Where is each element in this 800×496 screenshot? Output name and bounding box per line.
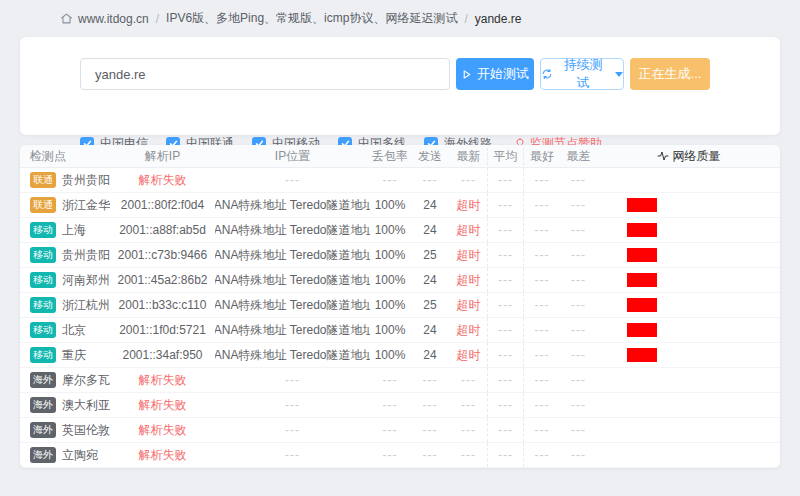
average-cell: --- xyxy=(487,443,524,467)
best-cell: --- xyxy=(524,293,560,317)
packet-loss-cell: --- xyxy=(370,418,410,442)
best-cell: --- xyxy=(524,393,560,417)
quality-bar xyxy=(627,273,657,287)
node-location: 摩尔多瓦 xyxy=(62,372,110,389)
sent-cell: 24 xyxy=(410,343,450,367)
ip-location-cell: --- xyxy=(215,393,370,417)
average-cell: --- xyxy=(487,293,524,317)
start-test-button[interactable]: 开始测试 xyxy=(456,58,534,90)
quality-cell xyxy=(597,318,780,342)
packet-loss-cell: 100% xyxy=(370,318,410,342)
sent-cell: --- xyxy=(410,418,450,442)
table-row: 海外 立陶宛 解析失败 --- --- --- --- --- --- --- xyxy=(20,443,780,468)
ip-location-cell: IANA特殊地址 Teredo隧道地址 xyxy=(215,243,370,267)
activity-icon xyxy=(657,150,669,162)
worst-cell: --- xyxy=(560,268,597,292)
carrier-badge: 联通 xyxy=(30,172,56,188)
carrier-badge: 海外 xyxy=(30,447,56,463)
ip-location-cell: IANA特殊地址 Teredo隧道地址 xyxy=(215,293,370,317)
node-location: 北京 xyxy=(62,322,86,339)
latest-cell: 超时 xyxy=(450,243,487,267)
sent-cell: --- xyxy=(410,443,450,467)
node-location: 河南郑州 xyxy=(62,272,110,289)
table-body: 联通 贵州贵阳 解析失败 --- --- --- --- --- --- ---… xyxy=(20,168,780,468)
breadcrumb-site[interactable]: www.itdog.cn xyxy=(78,12,149,26)
quality-cell xyxy=(597,368,780,392)
quality-bar xyxy=(627,198,657,212)
best-cell: --- xyxy=(524,268,560,292)
carrier-badge: 移动 xyxy=(30,347,56,363)
latest-cell: 超时 xyxy=(450,268,487,292)
average-cell: --- xyxy=(487,418,524,442)
packet-loss-cell: 100% xyxy=(370,343,410,367)
worst-cell: --- xyxy=(560,218,597,242)
quality-cell xyxy=(597,243,780,267)
resolved-ip-cell: 2001::1f0d:5721 xyxy=(110,318,215,342)
packet-loss-cell: --- xyxy=(370,443,410,467)
quality-bar xyxy=(627,248,657,262)
ip-location-cell: IANA特殊地址 Teredo隧道地址 xyxy=(215,343,370,367)
continuous-test-button[interactable]: 持续测试 xyxy=(540,58,624,90)
resolved-ip-cell: 2001::34af:950 xyxy=(110,343,215,367)
node-location: 贵州贵阳 xyxy=(62,247,110,264)
sent-cell: 24 xyxy=(410,218,450,242)
quality-cell xyxy=(597,393,780,417)
worst-cell: --- xyxy=(560,393,597,417)
sent-cell: 24 xyxy=(410,318,450,342)
packet-loss-cell: 100% xyxy=(370,293,410,317)
continuous-test-label: 持续测试 xyxy=(558,56,608,92)
network-quality-label: 网络质量 xyxy=(673,148,721,165)
best-cell: --- xyxy=(524,243,560,267)
sent-cell: 24 xyxy=(410,193,450,217)
table-row: 移动 上海 2001::a88f:ab5d IANA特殊地址 Teredo隧道地… xyxy=(20,218,780,243)
ip-location-cell: IANA特殊地址 Teredo隧道地址 xyxy=(215,193,370,217)
table-row: 联通 浙江金华 2001::80f2:f0d4 IANA特殊地址 Teredo隧… xyxy=(20,193,780,218)
host-input[interactable] xyxy=(80,58,450,90)
best-cell: --- xyxy=(524,368,560,392)
sent-cell: 25 xyxy=(410,243,450,267)
col-sent: 发送 xyxy=(410,148,450,165)
table-row: 海外 英国伦敦 解析失败 --- --- --- --- --- --- --- xyxy=(20,418,780,443)
page: { "breadcrumb": { "site": "www.itdog.cn"… xyxy=(0,0,800,496)
col-best: 最好 xyxy=(524,148,560,165)
quality-cell xyxy=(597,218,780,242)
latest-cell: 超时 xyxy=(450,218,487,242)
resolved-ip-cell: 2001::80f2:f0d4 xyxy=(110,193,215,217)
carrier-badge: 海外 xyxy=(30,422,56,438)
latest-cell: 超时 xyxy=(450,193,487,217)
results-table: 检测点 解析IP IP位置 丢包率 发送 最新 平均 最好 最差 网络质量 联通… xyxy=(20,145,780,468)
node-location: 重庆 xyxy=(62,347,86,364)
worst-cell: --- xyxy=(560,318,597,342)
average-cell: --- xyxy=(487,243,524,267)
col-packet-loss: 丢包率 xyxy=(370,148,410,165)
table-row: 海外 摩尔多瓦 解析失败 --- --- --- --- --- --- --- xyxy=(20,368,780,393)
worst-cell: --- xyxy=(560,293,597,317)
generating-button[interactable]: 正在生成... xyxy=(630,58,710,90)
latest-cell: --- xyxy=(450,393,487,417)
table-row: 移动 河南郑州 2001::45a2:86b2 IANA特殊地址 Teredo隧… xyxy=(20,268,780,293)
node-location: 浙江金华 xyxy=(62,197,110,214)
breadcrumb-separator: / xyxy=(156,12,159,26)
latest-cell: 超时 xyxy=(450,318,487,342)
sent-cell: --- xyxy=(410,368,450,392)
table-row: 移动 贵州贵阳 2001::c73b:9466 IANA特殊地址 Teredo隧… xyxy=(20,243,780,268)
latest-cell: --- xyxy=(450,168,487,192)
col-resolved-ip: 解析IP xyxy=(110,148,215,165)
packet-loss-cell: 100% xyxy=(370,243,410,267)
resolved-ip-cell: 2001::45a2:86b2 xyxy=(110,268,215,292)
worst-cell: --- xyxy=(560,168,597,192)
table-row: 海外 澳大利亚悉尼 解析失败 --- --- --- --- --- --- -… xyxy=(20,393,780,418)
latest-cell: --- xyxy=(450,443,487,467)
carrier-badge: 移动 xyxy=(30,247,56,263)
quality-cell xyxy=(597,268,780,292)
quality-cell xyxy=(597,418,780,442)
average-cell: --- xyxy=(487,393,524,417)
refresh-icon xyxy=(541,68,553,80)
ip-location-cell: --- xyxy=(215,168,370,192)
worst-cell: --- xyxy=(560,443,597,467)
carrier-badge: 移动 xyxy=(30,322,56,338)
col-latest: 最新 xyxy=(450,148,487,165)
table-row: 联通 贵州贵阳 解析失败 --- --- --- --- --- --- --- xyxy=(20,168,780,193)
table-row: 移动 北京 2001::1f0d:5721 IANA特殊地址 Teredo隧道地… xyxy=(20,318,780,343)
best-cell: --- xyxy=(524,418,560,442)
